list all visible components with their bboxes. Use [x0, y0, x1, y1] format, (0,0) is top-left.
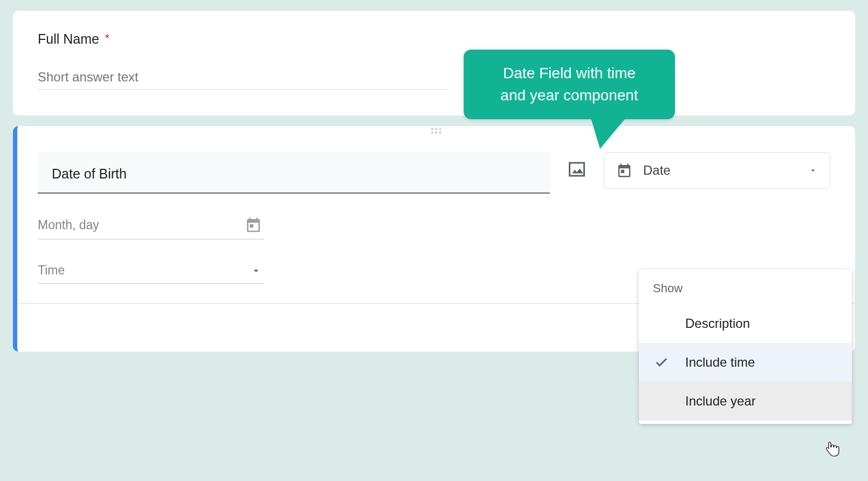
image-icon [567, 160, 587, 179]
date-input-preview[interactable]: Month, day [38, 212, 264, 239]
add-image-button[interactable] [563, 152, 591, 181]
annotation-callout: Date Field with time and year component [464, 50, 675, 119]
check-slot [653, 355, 670, 370]
time-input-preview[interactable]: Time [38, 259, 264, 284]
svg-point-0 [431, 128, 433, 130]
svg-point-4 [435, 132, 437, 134]
calendar-icon [616, 162, 632, 178]
callout-line1: Date Field with time [485, 63, 653, 85]
calendar-icon [245, 216, 262, 233]
chevron-down-icon [808, 166, 818, 175]
date-preview-fields: Month, day Time [38, 212, 264, 284]
question-title-row: Full Name * [38, 31, 830, 47]
question-title-input[interactable] [38, 152, 550, 194]
time-placeholder: Time [38, 263, 65, 278]
question-card-fullname: Full Name * [13, 11, 855, 115]
menu-item-description[interactable]: Description [639, 304, 852, 343]
menu-item-label: Include year [685, 394, 756, 409]
menu-item-label: Description [685, 316, 750, 331]
date-placeholder: Month, day [38, 218, 99, 232]
menu-item-include-year[interactable]: Include year [639, 382, 852, 421]
question-type-dropdown[interactable]: Date [604, 152, 830, 189]
options-menu: Show Description Include time Include ye… [639, 270, 852, 424]
svg-point-3 [431, 132, 433, 134]
svg-point-1 [435, 128, 437, 130]
callout-line2: and year component [485, 85, 653, 107]
short-answer-input[interactable] [38, 70, 447, 90]
chevron-down-icon [250, 265, 262, 277]
menu-section-header: Show [639, 281, 852, 304]
svg-point-2 [439, 128, 442, 130]
question-title: Full Name [38, 31, 99, 46]
required-asterisk: * [105, 31, 109, 45]
check-icon [654, 355, 669, 370]
svg-point-5 [439, 132, 442, 134]
cursor-icon [825, 441, 840, 457]
menu-item-include-time[interactable]: Include time [639, 343, 852, 382]
question-type-label: Date [643, 163, 671, 178]
drag-handle-icon[interactable] [17, 126, 855, 137]
menu-item-label: Include time [685, 355, 755, 370]
